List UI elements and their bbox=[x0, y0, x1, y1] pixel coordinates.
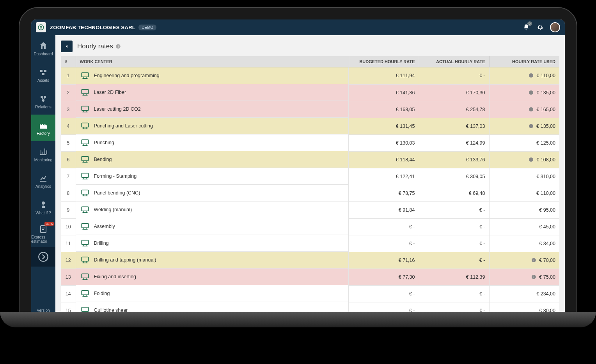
row-used: € 110,00 bbox=[489, 67, 559, 85]
factory-icon bbox=[39, 120, 48, 130]
sidebar-item-label: Dashboard bbox=[34, 52, 53, 56]
sidebar-item-monitoring[interactable]: Monitoring bbox=[31, 141, 55, 168]
row-used: € 234,00 bbox=[489, 285, 559, 302]
row-name: Fixing and inserting bbox=[76, 269, 349, 285]
work-center-icon bbox=[80, 138, 90, 148]
sidebar-item-relations[interactable]: Relations bbox=[31, 88, 55, 115]
row-used: € 34,00 bbox=[489, 235, 559, 252]
info-icon[interactable] bbox=[529, 73, 534, 78]
table-row[interactable]: 5Punching€ 130,03€ 124,99 € 125,00 bbox=[61, 134, 559, 151]
table-row[interactable]: 11Drilling€ -€ - € 34,00 bbox=[61, 235, 559, 252]
col-used: HOURLY RATE USED bbox=[489, 56, 559, 67]
table-row[interactable]: 9Welding (manual)€ 91,84€ - € 95,00 bbox=[61, 201, 559, 218]
row-budgeted: € 141,36 bbox=[349, 84, 419, 101]
info-icon[interactable] bbox=[529, 157, 534, 162]
sidebar-item-factory[interactable]: Factory bbox=[31, 115, 55, 141]
row-actual: € - bbox=[419, 235, 489, 252]
row-used: € 165,00 bbox=[489, 101, 559, 118]
row-name: Folding bbox=[76, 285, 349, 302]
back-button[interactable] bbox=[61, 41, 73, 52]
app-header: ZOOMFAB TECHNOLOGIES SARL DEMO 0 bbox=[31, 19, 565, 35]
row-name: Punching bbox=[76, 134, 349, 151]
table-row[interactable]: 4Punching and Laser cutting€ 131,45€ 137… bbox=[61, 118, 559, 134]
info-icon[interactable] bbox=[529, 90, 534, 95]
sidebar-item-label: Analytics bbox=[35, 184, 51, 189]
relations-icon bbox=[39, 94, 48, 103]
row-used: € 310,00 bbox=[489, 168, 559, 185]
company-name: ZOOMFAB TECHNOLOGIES SARL bbox=[50, 25, 135, 30]
row-budgeted: € 71,16 bbox=[349, 252, 419, 269]
work-center-icon bbox=[80, 255, 90, 265]
sidebar-item-analytics[interactable]: Analytics bbox=[31, 168, 55, 194]
settings-button[interactable] bbox=[536, 23, 545, 32]
table-row[interactable]: 3Laser cutting 2D CO2€ 168,05€ 254,78 € … bbox=[61, 101, 559, 118]
table-row[interactable]: 8Panel bending (CNC)€ 78,75€ 69,48 € 110… bbox=[61, 185, 559, 201]
sidebar-item-label: Assets bbox=[37, 78, 49, 83]
sidebar-item-assets[interactable]: Assets bbox=[31, 62, 55, 88]
row-budgeted: € 130,03 bbox=[349, 134, 419, 151]
table-row[interactable]: 2Laser 2D Fiber€ 141,36€ 170,30 € 135,00 bbox=[61, 84, 559, 101]
avatar[interactable] bbox=[550, 22, 560, 32]
table-row[interactable]: 1Engineering and programming€ 111,94€ - … bbox=[61, 67, 559, 85]
row-used: € 70,00 bbox=[489, 252, 559, 269]
row-index: 11 bbox=[61, 235, 76, 252]
table-row[interactable]: 6Bending€ 118,44€ 133,76 € 108,00 bbox=[61, 151, 559, 168]
sidebar-item-estimator[interactable]: BETAExpress estimator bbox=[31, 221, 55, 247]
row-budgeted: € 168,05 bbox=[349, 101, 419, 118]
row-name: Punching and Laser cutting bbox=[76, 118, 349, 134]
app-logo bbox=[36, 22, 46, 32]
row-budgeted: € 111,94 bbox=[349, 67, 419, 85]
page-title: Hourly rates bbox=[77, 42, 121, 50]
row-used: € 108,00 bbox=[489, 151, 559, 168]
notifications-button[interactable]: 0 bbox=[522, 23, 530, 32]
svg-point-10 bbox=[38, 25, 44, 30]
row-index: 6 bbox=[61, 151, 76, 168]
table-row[interactable]: 13Fixing and inserting€ 77,30€ 112,39 € … bbox=[61, 269, 559, 285]
row-actual: € 170,30 bbox=[419, 84, 489, 101]
row-name: Bending bbox=[76, 151, 349, 168]
info-icon[interactable] bbox=[115, 44, 121, 49]
arrow-right-icon bbox=[38, 251, 49, 262]
row-name: Engineering and programming bbox=[76, 67, 349, 84]
work-center-icon bbox=[80, 205, 90, 215]
table-row[interactable]: 12Drilling and tapping (manual)€ 71,16€ … bbox=[61, 252, 559, 269]
work-center-icon bbox=[80, 221, 90, 231]
work-center-icon bbox=[80, 104, 90, 114]
col-work-center: WORK CENTER bbox=[76, 56, 349, 67]
sidebar-item-whatif[interactable]: What if ? bbox=[31, 194, 55, 221]
row-actual: € 112,39 bbox=[419, 269, 489, 285]
sidebar: DashboardAssetsRelationsFactoryMonitorin… bbox=[31, 35, 55, 323]
whatif-icon bbox=[39, 200, 48, 209]
row-index: 2 bbox=[61, 84, 76, 101]
table-row[interactable]: 10Assembly€ -€ - € 45,00 bbox=[61, 218, 559, 235]
chevron-left-icon bbox=[64, 44, 69, 49]
sidebar-item-home[interactable]: Dashboard bbox=[31, 35, 55, 62]
demo-badge: DEMO bbox=[138, 25, 156, 30]
home-icon bbox=[39, 41, 48, 50]
row-budgeted: € - bbox=[349, 235, 419, 252]
row-budgeted: € 91,84 bbox=[349, 201, 419, 218]
row-used: € 125,00 bbox=[489, 134, 559, 151]
col-index: # bbox=[61, 56, 76, 67]
info-icon[interactable] bbox=[531, 258, 536, 263]
row-index: 13 bbox=[61, 269, 76, 285]
sidebar-expand-button[interactable] bbox=[31, 247, 55, 267]
gear-icon bbox=[37, 24, 44, 31]
sidebar-item-label: Factory bbox=[37, 131, 50, 136]
row-index: 7 bbox=[61, 168, 76, 185]
row-used: € 135,00 bbox=[489, 84, 559, 101]
table-row[interactable]: 7Forming - Stamping€ 122,41€ 309,05 € 31… bbox=[61, 168, 559, 185]
row-index: 9 bbox=[61, 201, 76, 218]
row-actual: € 309,05 bbox=[419, 168, 489, 185]
row-budgeted: € 122,41 bbox=[349, 168, 419, 185]
row-budgeted: € - bbox=[349, 218, 419, 235]
sidebar-item-label: Relations bbox=[35, 105, 51, 109]
info-icon[interactable] bbox=[529, 107, 534, 112]
row-budgeted: € 78,75 bbox=[349, 185, 419, 201]
row-name: Laser 2D Fiber bbox=[76, 84, 349, 101]
info-icon[interactable] bbox=[531, 274, 536, 279]
work-center-icon bbox=[80, 121, 90, 131]
table-row[interactable]: 14Folding€ -€ - € 234,00 bbox=[61, 285, 559, 302]
row-index: 10 bbox=[61, 218, 76, 235]
info-icon[interactable] bbox=[529, 124, 534, 129]
